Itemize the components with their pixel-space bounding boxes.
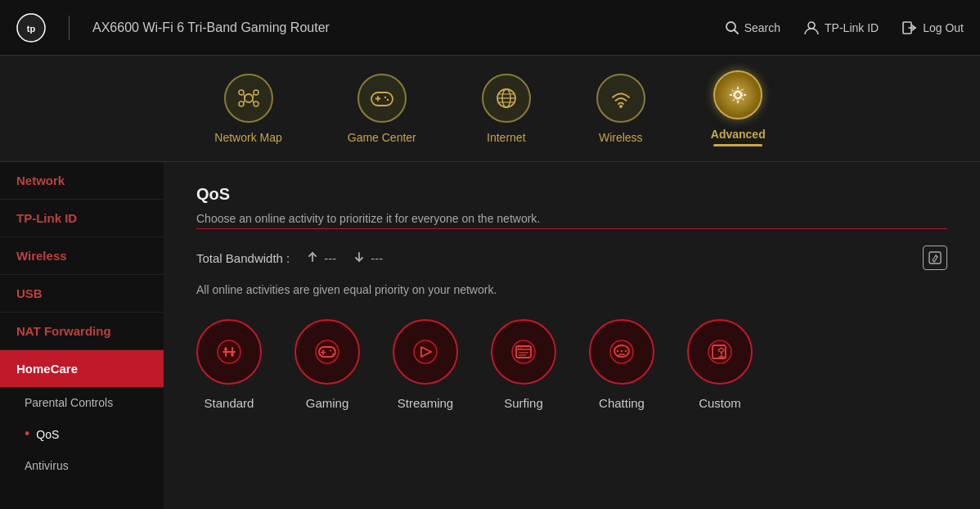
upload-indicator: --- [306, 251, 336, 265]
qos-icon-chatting [589, 319, 654, 385]
svg-line-15 [253, 100, 254, 103]
svg-point-9 [254, 90, 258, 95]
bandwidth-row: Total Bandwidth : --- --- [196, 245, 947, 270]
nav-item-internet[interactable]: Internet [482, 74, 531, 144]
header-divider [69, 16, 70, 40]
nav-label-internet: Internet [487, 131, 525, 144]
qos-label-custom: Custom [699, 396, 741, 410]
svg-point-41 [330, 350, 331, 352]
search-icon [725, 20, 739, 35]
svg-point-49 [520, 347, 522, 349]
user-icon [803, 20, 820, 36]
header-right: Search TP-Link ID Log Out [725, 20, 964, 36]
qos-label-gaming: Gaming [306, 396, 349, 410]
edit-bandwidth-button[interactable] [923, 245, 947, 270]
qos-icon-surfing [491, 319, 556, 385]
nav-item-game-center[interactable]: Game Center [348, 74, 416, 144]
svg-line-14 [244, 100, 245, 103]
edit-icon [928, 251, 942, 264]
svg-line-3 [734, 29, 738, 34]
nav-label-network-map: Network Map [214, 131, 281, 144]
svg-point-36 [231, 353, 234, 356]
qos-icon-streaming [393, 319, 458, 385]
sidebar-item-tplink-id[interactable]: TP-Link ID [0, 200, 164, 237]
sidebar-item-usb[interactable]: USB [0, 275, 164, 313]
qos-label-surfing: Surfing [504, 396, 543, 410]
nav-item-advanced[interactable]: Advanced [711, 70, 766, 146]
nav-icon-advanced [713, 70, 762, 119]
nav-icon-wireless [596, 74, 645, 123]
download-indicator: --- [353, 251, 383, 265]
sidebar-sub-antivirus[interactable]: Antivirus [0, 451, 164, 480]
tplink-id-button[interactable]: TP-Link ID [803, 20, 879, 36]
svg-point-48 [518, 347, 519, 349]
tplink-logo: tp [16, 13, 46, 43]
nav-icon-internet [482, 74, 531, 123]
qos-item-custom[interactable]: Custom [687, 319, 753, 410]
page-title: QoS [196, 185, 947, 204]
qos-icons: Standard Gaming [196, 319, 947, 410]
sidebar-item-homecare[interactable]: HomeCare [0, 350, 164, 388]
svg-point-56 [625, 350, 627, 352]
nav-active-underline [713, 144, 762, 146]
logout-button[interactable]: Log Out [901, 20, 964, 36]
svg-point-8 [239, 90, 244, 95]
sidebar-item-network[interactable]: Network [0, 162, 164, 200]
download-value: --- [371, 251, 383, 265]
svg-point-42 [332, 354, 334, 355]
qos-item-streaming[interactable]: Streaming [393, 319, 458, 410]
main-layout: Network TP-Link ID Wireless USB NAT Forw… [0, 162, 980, 509]
content-area: QoS Choose an online activity to priorit… [164, 162, 980, 509]
svg-point-54 [617, 350, 618, 352]
svg-point-26 [619, 105, 623, 108]
logo-area: tp AX6600 Wi-Fi 6 Tri-Band Gaming Router [16, 13, 330, 43]
download-arrow-icon [353, 251, 366, 264]
svg-text:tp: tp [27, 23, 36, 33]
svg-rect-16 [371, 92, 393, 106]
product-title: AX6600 Wi-Fi 6 Tri-Band Gaming Router [92, 20, 330, 35]
upload-value: --- [324, 251, 336, 265]
svg-point-4 [808, 22, 815, 29]
qos-item-surfing[interactable]: Surfing [491, 319, 556, 410]
qos-icon-standard [196, 319, 262, 385]
svg-rect-29 [929, 252, 941, 264]
nav-label-wireless: Wireless [599, 131, 643, 144]
header: tp AX6600 Wi-Fi 6 Tri-Band Gaming Router… [0, 0, 980, 56]
sidebar-item-wireless[interactable]: Wireless [0, 237, 164, 275]
svg-line-30 [936, 255, 937, 257]
nav-label-game-center: Game Center [348, 131, 416, 144]
nav-label-advanced: Advanced [711, 128, 766, 141]
svg-point-11 [254, 101, 258, 106]
equal-priority-text: All online activities are given equal pr… [196, 283, 947, 296]
qos-item-chatting[interactable]: Chatting [589, 319, 654, 410]
qos-label-standard: Standard [205, 396, 254, 410]
nav-item-network-map[interactable]: Network Map [214, 74, 281, 144]
svg-point-43 [414, 340, 437, 363]
qos-label-chatting: Chatting [599, 396, 645, 410]
qos-item-gaming[interactable]: Gaming [294, 319, 360, 410]
sidebar-sub-parental-controls[interactable]: Parental Controls [0, 388, 164, 417]
nav-bar: Network Map Game Center Internet [0, 56, 980, 162]
svg-point-27 [735, 92, 741, 98]
logout-icon [901, 20, 918, 36]
qos-label-streaming: Streaming [398, 396, 453, 410]
svg-point-19 [384, 96, 386, 97]
search-button[interactable]: Search [725, 20, 780, 35]
sidebar-item-nat-forwarding[interactable]: NAT Forwarding [0, 313, 164, 350]
bandwidth-label: Total Bandwidth : [196, 251, 290, 265]
qos-icon-custom [687, 319, 753, 385]
svg-point-7 [245, 94, 253, 102]
svg-point-10 [239, 101, 244, 106]
nav-icon-network-map [224, 74, 273, 123]
sidebar: Network TP-Link ID Wireless USB NAT Forw… [0, 162, 164, 509]
svg-point-55 [621, 350, 623, 352]
sidebar-sub-qos[interactable]: QoS [0, 417, 164, 451]
svg-point-20 [387, 98, 389, 100]
qos-item-standard[interactable]: Standard [196, 319, 262, 410]
page-subtitle: Choose an online activity to prioritize … [196, 212, 947, 225]
nav-icon-game-center [357, 74, 407, 123]
content-divider [196, 228, 947, 229]
nav-item-wireless[interactable]: Wireless [596, 74, 645, 144]
upload-arrow-icon [306, 251, 319, 264]
qos-icon-gaming [294, 319, 360, 385]
